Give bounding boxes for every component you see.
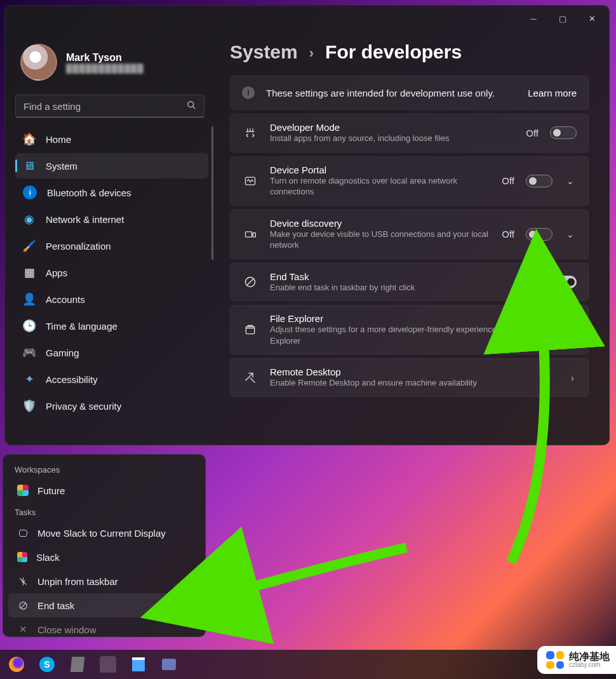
title-bar: ─ ▢ ✕: [5, 6, 609, 31]
row-sub: Enable end task in taskbar by right clic…: [270, 282, 514, 293]
search-box[interactable]: [15, 95, 204, 118]
close-icon: ✕: [17, 624, 29, 635]
cm-unpin[interactable]: Unpin from taskbar: [8, 569, 200, 593]
content: System › For developers i These settings…: [215, 31, 609, 445]
developer-mode-toggle[interactable]: [550, 126, 577, 139]
row-title: Device discovery: [270, 218, 490, 229]
taskbar-firefox[interactable]: [3, 652, 30, 677]
notepad-icon: [132, 657, 145, 671]
firefox-icon: [9, 657, 24, 672]
row-device-discovery[interactable]: Device discoveryMake your device visible…: [230, 210, 589, 259]
row-sub: Install apps from any source, including …: [270, 133, 514, 144]
chevron-right-icon[interactable]: ›: [568, 373, 577, 383]
remote-desktop-icon: [242, 372, 258, 384]
network-icon: ◉: [23, 212, 36, 226]
svg-line-6: [247, 279, 253, 285]
user-name: Mark Tyson: [66, 52, 144, 64]
sidebar-item-accounts[interactable]: 👤Accounts: [15, 286, 208, 312]
search-input[interactable]: [23, 101, 187, 112]
cm-end-task[interactable]: End task: [8, 593, 200, 617]
sidebar: Mark Tyson ████████████ 🏠Home 🖥System ᚼB…: [5, 31, 215, 445]
nav: 🏠Home 🖥System ᚼBluetooth & devices ◉Netw…: [15, 125, 215, 440]
row-developer-mode[interactable]: Developer ModeInstall apps from any sour…: [230, 114, 589, 152]
accounts-icon: 👤: [23, 292, 36, 306]
cm-slack[interactable]: Slack: [8, 545, 200, 569]
device-portal-toggle[interactable]: [526, 175, 552, 187]
accessibility-icon: ✦: [23, 372, 36, 386]
sidebar-item-bluetooth[interactable]: ᚼBluetooth & devices: [15, 180, 208, 205]
end-task-icon: [17, 601, 29, 610]
svg-line-1: [193, 107, 195, 109]
row-device-portal[interactable]: Device PortalTurn on remote diagnostics …: [230, 156, 589, 206]
sidebar-item-network[interactable]: ◉Network & internet: [15, 206, 208, 232]
taskbar-app-3[interactable]: [64, 652, 91, 677]
sidebar-item-privacy[interactable]: 🛡️Privacy & security: [15, 393, 208, 419]
row-sub: Enable Remote Desktop and ensure machine…: [270, 377, 557, 389]
sidebar-item-accessibility[interactable]: ✦Accessibility: [15, 366, 208, 392]
taskbar-app-6[interactable]: [155, 652, 183, 677]
row-sub: Turn on remote diagnostics over local ar…: [270, 175, 490, 198]
sidebar-item-personalization[interactable]: 🖌️Personalization: [15, 233, 208, 259]
device-discovery-icon: [242, 228, 258, 241]
personalization-icon: 🖌️: [23, 239, 36, 253]
display-icon: 🖵: [17, 528, 29, 539]
row-end-task[interactable]: End TaskEnable end task in taskbar by ri…: [230, 263, 589, 302]
chevron-down-icon[interactable]: ⌄: [564, 325, 577, 335]
sidebar-item-apps[interactable]: ▦Apps: [15, 260, 208, 285]
svg-rect-4: [253, 232, 255, 237]
sidebar-item-label: Network & internet: [46, 214, 124, 225]
cm-close-window[interactable]: ✕Close window: [8, 617, 200, 637]
row-sub: Make your device visible to USB connecti…: [270, 229, 490, 251]
row-title: Remote Desktop: [270, 366, 557, 377]
time-icon: 🕒: [23, 319, 36, 333]
chevron-down-icon[interactable]: ⌄: [564, 176, 577, 186]
user-email: ████████████: [66, 64, 144, 73]
minimize-button[interactable]: ─: [519, 9, 548, 28]
avatar: [20, 44, 57, 81]
row-title: Device Portal: [270, 165, 490, 175]
cm-label: Future: [37, 485, 65, 496]
sidebar-item-label: Home: [46, 134, 71, 145]
cm-workspace-future[interactable]: Future: [8, 478, 200, 502]
sidebar-item-gaming[interactable]: 🎮Gaming: [15, 340, 208, 365]
breadcrumb-chevron-icon: ›: [309, 45, 314, 62]
breadcrumb: System › For developers: [230, 39, 589, 76]
info-icon: i: [242, 86, 255, 99]
app-icon: [162, 659, 176, 670]
sidebar-item-time[interactable]: 🕒Time & language: [15, 313, 208, 339]
slack-icon: [17, 552, 27, 562]
sidebar-item-home[interactable]: 🏠Home: [15, 126, 208, 152]
taskbar-notepad[interactable]: [124, 652, 152, 677]
cm-move-display[interactable]: 🖵Move Slack to Current Display: [8, 521, 200, 545]
device-discovery-toggle[interactable]: [526, 228, 552, 241]
workspaces-header: Workspaces: [6, 460, 203, 478]
user-block[interactable]: Mark Tyson ████████████: [15, 36, 215, 95]
svg-rect-7: [246, 326, 254, 334]
taskbar-app-4[interactable]: [94, 652, 122, 677]
sidebar-item-label: Gaming: [46, 347, 79, 358]
close-button[interactable]: ✕: [577, 9, 606, 28]
learn-more-link[interactable]: Learn more: [528, 88, 577, 98]
cm-label: Close window: [37, 624, 97, 635]
chevron-down-icon[interactable]: ⌄: [564, 229, 577, 239]
svg-rect-2: [246, 177, 255, 185]
taskbar-skype[interactable]: S: [33, 652, 61, 677]
cm-label: End task: [37, 600, 74, 611]
search-icon[interactable]: [187, 100, 196, 112]
watermark: 纯净基地 czlaby.com: [537, 646, 616, 674]
row-remote-desktop[interactable]: Remote DesktopEnable Remote Desktop and …: [230, 358, 589, 397]
bluetooth-icon: ᚼ: [23, 185, 37, 199]
row-file-explorer[interactable]: File ExplorerAdjust these settings for a…: [230, 305, 589, 354]
row-sub: Adjust these settings for a more develop…: [270, 324, 552, 346]
sidebar-item-label: Privacy & security: [46, 401, 121, 412]
toggle-state: Off: [502, 175, 514, 186]
sidebar-item-system[interactable]: 🖥System: [15, 153, 208, 178]
svg-point-0: [188, 102, 194, 107]
breadcrumb-parent[interactable]: System: [230, 41, 298, 63]
end-task-toggle[interactable]: [550, 276, 577, 288]
taskbar-context-menu: Workspaces Future Tasks 🖵Move Slack to C…: [3, 454, 206, 637]
maximize-button[interactable]: ▢: [548, 9, 577, 28]
cm-label: Slack: [36, 552, 60, 563]
scrollbar-thumb[interactable]: [211, 126, 213, 260]
watermark-text-en: czlaby.com: [569, 662, 610, 668]
